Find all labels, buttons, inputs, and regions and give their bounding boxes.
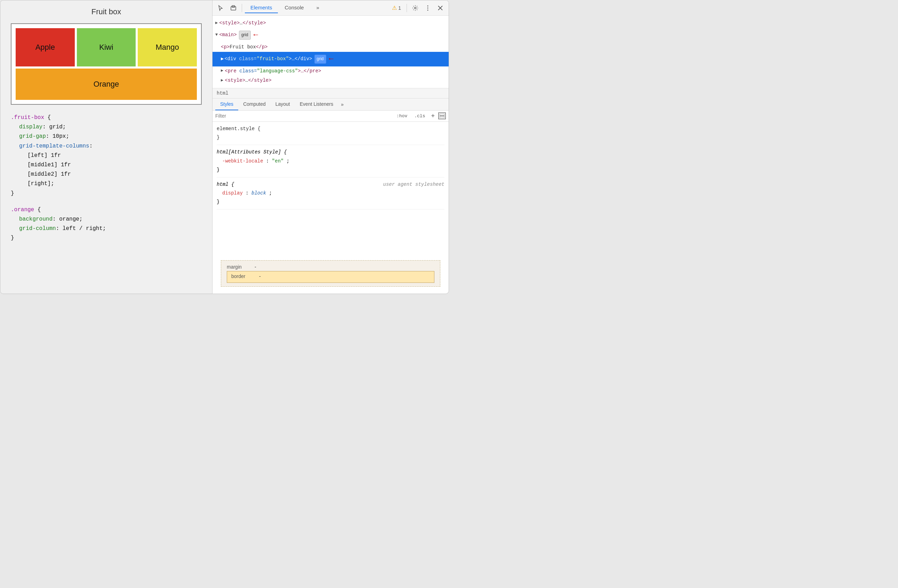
- style-rule-html-attr: html[Attributes Style] { -webkit-locale …: [217, 148, 444, 177]
- svg-point-2: [415, 7, 416, 9]
- margin-label: margin: [227, 264, 248, 269]
- dom-tree: ▶ <style> … </style> ▼ <main> grid ← <p>…: [212, 15, 449, 88]
- tab-more-styles[interactable]: »: [338, 99, 346, 110]
- fruit-grid: Apple Kiwi Mango Orange: [15, 28, 197, 100]
- fruit-box-container: Apple Kiwi Mango Orange: [11, 23, 202, 105]
- dom-style-2[interactable]: ▶ <style> … </style>: [212, 76, 449, 85]
- cursor-icon[interactable]: [215, 2, 226, 14]
- filter-input[interactable]: [215, 113, 392, 119]
- toolbar-separator: [242, 4, 242, 12]
- svg-rect-7: [440, 116, 444, 118]
- tab-elements[interactable]: Elements: [245, 2, 278, 13]
- dom-p[interactable]: <p> Fruit box </p>: [212, 42, 449, 52]
- hov-button[interactable]: :hov: [394, 112, 410, 120]
- styles-content: element.style { } html[Attributes Style]…: [212, 122, 449, 257]
- left-panel: Fruit box Apple Kiwi Mango Orange .fruit…: [0, 0, 212, 294]
- style-rule-html-ua: html { user agent stylesheet display : b…: [217, 180, 444, 210]
- fruit-kiwi: Kiwi: [77, 28, 136, 66]
- dom-style-1[interactable]: ▶ <style> … </style>: [212, 18, 449, 28]
- add-style-button[interactable]: +: [429, 112, 436, 120]
- style-rule-element: element.style { }: [217, 125, 444, 145]
- red-arrow-main: ←: [254, 28, 258, 42]
- styles-tabs: Styles Computed Layout Event Listeners »: [212, 99, 449, 111]
- dom-pre[interactable]: ▶ <pre class= "language-css" >…</pre>: [212, 66, 449, 76]
- devtools-toolbar: Elements Console » ⚠ 1: [212, 0, 449, 15]
- settings-icon[interactable]: [410, 2, 421, 14]
- box-border: border -: [227, 271, 434, 283]
- more-options-icon[interactable]: [422, 2, 434, 14]
- border-label: border: [231, 274, 252, 279]
- page-title: Fruit box: [11, 7, 202, 16]
- warning-count: 1: [398, 5, 401, 11]
- close-icon[interactable]: [435, 2, 446, 14]
- tab-computed[interactable]: Computed: [238, 99, 271, 110]
- svg-point-5: [427, 9, 429, 11]
- margin-val: -: [255, 264, 256, 269]
- grid-badge-main: grid: [239, 31, 251, 40]
- warning-badge[interactable]: ⚠ 1: [389, 3, 404, 12]
- tab-console[interactable]: Console: [279, 2, 309, 13]
- warning-icon: ⚠: [392, 5, 397, 11]
- cls-button[interactable]: .cls: [412, 112, 427, 120]
- fruit-mango: Mango: [138, 28, 197, 66]
- box-model-container: margin - border -: [212, 257, 449, 294]
- tab-layout[interactable]: Layout: [271, 99, 295, 110]
- tab-styles[interactable]: Styles: [215, 99, 238, 110]
- red-arrow-div: ←: [329, 52, 334, 66]
- svg-point-4: [427, 7, 429, 8]
- tab-event-listeners[interactable]: Event Listeners: [295, 99, 338, 110]
- tab-more[interactable]: »: [311, 2, 325, 13]
- svg-rect-6: [440, 114, 444, 115]
- code-block-fruit-box: .fruit-box { display: grid; grid-gap: 10…: [11, 113, 202, 198]
- filter-bar: :hov .cls +: [212, 111, 449, 122]
- layout-icon[interactable]: [438, 112, 446, 119]
- inspect-box-icon[interactable]: [228, 2, 239, 14]
- box-model: margin - border -: [221, 260, 440, 287]
- grid-badge-div: grid: [314, 55, 326, 64]
- breadcrumb-bar: html: [212, 88, 449, 99]
- breadcrumb-html[interactable]: html: [217, 91, 229, 96]
- svg-point-3: [427, 5, 429, 6]
- dom-div-fruit-box[interactable]: ▶ <div class= "fruit-box" >…</div> grid …: [212, 52, 449, 66]
- border-val: -: [259, 274, 261, 279]
- code-block-orange: .orange { background: orange; grid-colum…: [11, 205, 202, 243]
- devtools-panel: Elements Console » ⚠ 1: [212, 0, 449, 294]
- fruit-apple: Apple: [15, 28, 75, 66]
- dom-main[interactable]: ▼ <main> grid ←: [212, 28, 449, 42]
- fruit-orange: Orange: [15, 69, 197, 100]
